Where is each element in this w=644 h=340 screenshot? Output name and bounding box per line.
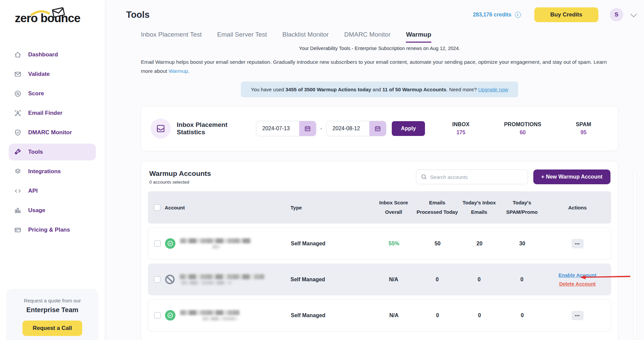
chevron-down-icon[interactable] (630, 11, 637, 17)
sidebar-item-validate[interactable]: Validate (9, 66, 96, 83)
row-checkbox[interactable] (154, 276, 160, 283)
emails-processed-value: 0 (417, 312, 459, 319)
warmup-intro-text: Email Warmup helps boost your email send… (141, 58, 618, 76)
metric-label: SPAM (576, 122, 591, 128)
todays-inbox-value: 0 (458, 277, 500, 283)
sidebar-item-api[interactable]: API (9, 183, 96, 199)
tab-blacklist-monitor[interactable]: Blacklist Monitor (282, 31, 329, 43)
upgrade-now-link[interactable]: Upgrade now (478, 87, 508, 92)
intro-period: . (188, 68, 190, 74)
row-actions-menu-button[interactable]: ••• (572, 311, 584, 320)
tab-dmarc-monitor[interactable]: DMARC Monitor (344, 31, 390, 43)
search-accounts-input[interactable] (430, 174, 523, 180)
account-type: Self Managed (291, 241, 371, 247)
account-type: Self Managed (291, 312, 371, 319)
col-inbox-score: Inbox Score Overall (371, 198, 416, 217)
zerobounce-logo: zero bounce (15, 11, 82, 25)
sidebar-item-pricing-plans[interactable]: Pricing & Plans (9, 222, 96, 238)
enterprise-card-title: Enterprise Team (11, 306, 93, 314)
accounts-table: Account Type Inbox Score Overall Emails … (148, 191, 611, 331)
banner-prefix: You have used (251, 87, 285, 92)
todays-inbox-value: 0 (459, 312, 500, 319)
page-scrollbar[interactable] (633, 169, 637, 340)
tab-inbox-placement-test[interactable]: Inbox Placement Test (141, 31, 202, 43)
layers-icon (14, 168, 21, 175)
sidebar-item-label: DMARC Monitor (28, 129, 72, 136)
row-checkbox[interactable] (154, 240, 161, 247)
home-icon (14, 51, 21, 58)
date-to-field[interactable]: 2024-08-12 (326, 121, 386, 136)
tab-warmup[interactable]: Warmup (406, 31, 431, 43)
sidebar-item-label: Score (28, 90, 44, 97)
table-header-row: Account Type Inbox Score Overall Emails … (148, 191, 611, 224)
request-call-button[interactable]: Request a Call (22, 321, 82, 336)
buy-credits-button[interactable]: Buy Credits (534, 7, 598, 22)
metric-value: 175 (452, 130, 470, 136)
enable-account-link[interactable]: Enable Account (544, 272, 611, 278)
person-finder-icon (14, 109, 21, 117)
sidebar-item-tools[interactable]: Tools (9, 144, 96, 160)
select-all-checkbox[interactable] (154, 204, 160, 211)
sidebar-item-label: API (28, 188, 38, 194)
sidebar-item-usage[interactable]: Usage (9, 202, 96, 219)
warmup-accounts-card: Warmup Accounts 0 accounts selected + Ne… (141, 161, 618, 340)
col-emails-processed: Emails Processed Today (416, 198, 458, 217)
topbar: Tools 283,176 credits i Buy Credits S (105, 0, 644, 26)
todays-inbox-value: 20 (459, 241, 500, 247)
credits-counter[interactable]: 283,176 credits i (473, 12, 521, 18)
delete-account-link[interactable]: Delete Account (544, 281, 611, 287)
calendar-icon[interactable] (369, 121, 386, 136)
status-enabled-icon (165, 238, 175, 249)
metric-inbox: INBOX 175 (452, 122, 470, 136)
account-type: Self Managed (290, 277, 371, 283)
metric-label: INBOX (452, 122, 470, 128)
new-warmup-account-button[interactable]: + New Warmup Account (533, 169, 610, 184)
date-from-field[interactable]: 2024-07-13 (256, 121, 316, 136)
sidebar-item-integrations[interactable]: Integrations (9, 163, 96, 180)
row-checkbox[interactable] (154, 312, 161, 319)
bar-chart-icon (14, 207, 21, 214)
account-row-3: Self Managed N/A 0 0 0 ••• (148, 299, 611, 331)
inbox-tray-icon (151, 118, 171, 139)
sidebar-item-label: Validate (28, 71, 50, 78)
todays-spam-value: 0 (500, 277, 544, 283)
warmup-learn-more-link[interactable]: Warmup (169, 68, 188, 74)
sidebar-item-dmarc-monitor[interactable]: DMARC Monitor (9, 124, 96, 141)
row-actions-menu-button[interactable]: ••• (572, 239, 584, 248)
info-icon[interactable]: i (515, 12, 521, 18)
banner-actions-used: 3455 of 3500 Warmup Actions today (285, 87, 371, 92)
date-from-value: 2024-07-13 (256, 121, 299, 136)
page-title: Tools (126, 10, 150, 20)
stats-title: Inbox Placement Statistics (177, 121, 247, 136)
score-badge-icon (14, 90, 21, 97)
calendar-icon[interactable] (299, 121, 316, 136)
metric-label: PROMOTIONS (504, 122, 541, 128)
sidebar: zero bounce Dashboard Validate Score Ema… (0, 0, 105, 340)
envelope-icon (14, 70, 21, 78)
wrench-icon (14, 148, 21, 156)
metric-spam: SPAM 95 (576, 122, 591, 136)
inbox-placement-statistics-card: Inbox Placement Statistics 2024-07-13 - … (141, 106, 618, 151)
topbar-right: 283,176 credits i Buy Credits S (473, 7, 635, 22)
sidebar-item-label: Pricing & Plans (28, 227, 70, 233)
banner-suffix: . Need more? (446, 87, 478, 92)
emails-processed-value: 50 (417, 241, 459, 247)
status-disabled-icon (165, 274, 175, 285)
col-todays-spam: Today's SPAM/Promo (500, 198, 544, 217)
sidebar-item-label: Tools (28, 149, 43, 155)
sidebar-item-label: Usage (28, 207, 45, 214)
avatar[interactable]: S (610, 8, 623, 21)
redacted-account-name (180, 238, 251, 249)
sidebar-item-email-finder[interactable]: Email Finder (9, 105, 96, 122)
apply-button[interactable]: Apply (392, 121, 425, 136)
content-area: Inbox Placement Test Email Server Test B… (105, 31, 644, 340)
usage-limit-banner: You have used 3455 of 3500 Warmup Action… (241, 82, 518, 97)
sidebar-item-dashboard[interactable]: Dashboard (9, 46, 96, 63)
sidebar-item-label: Email Finder (28, 110, 62, 116)
sidebar-item-score[interactable]: Score (9, 85, 96, 102)
tools-tabs: Inbox Placement Test Email Server Test B… (141, 31, 618, 43)
redacted-account-name (180, 310, 240, 321)
search-accounts-box[interactable] (416, 169, 528, 184)
placement-metrics: INBOX 175 PROMOTIONS 60 SPAM 95 (435, 122, 608, 136)
tab-email-server-test[interactable]: Email Server Test (217, 31, 267, 43)
